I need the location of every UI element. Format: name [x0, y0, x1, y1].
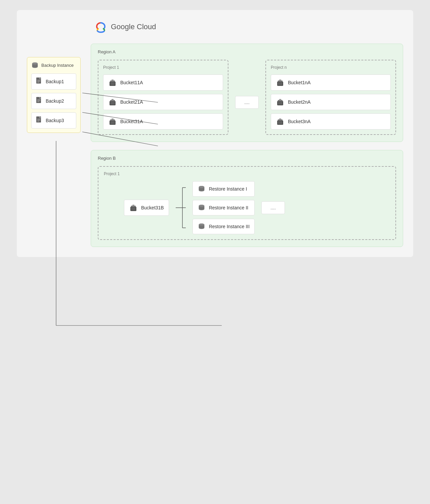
backup2-label: Backup2 — [46, 98, 64, 104]
svg-point-1 — [32, 62, 38, 64]
bucket-21a-icon — [108, 98, 117, 106]
bucket-31a-icon — [108, 117, 117, 126]
restore-instance-1-icon — [198, 185, 206, 193]
google-cloud-logo-icon — [94, 20, 108, 34]
bucket-31b-label: Bucket31B — [141, 205, 164, 210]
region-b-label: Region B — [98, 156, 396, 161]
google-cloud-logo: Google Cloud — [94, 20, 403, 34]
bucket-31a-label: Bucket31A — [120, 119, 143, 124]
logo-text: Google Cloud — [111, 22, 156, 31]
svg-point-62 — [199, 186, 204, 188]
region-a-projects-row: Project 1 Bucket11A — [98, 60, 396, 135]
backup-panel: Backup Instance Backup1 — [27, 57, 81, 133]
region-a-project1-box: Project 1 Bucket11A — [98, 60, 228, 135]
bucket-3na-label: Bucket3nA — [288, 119, 311, 124]
main-layout: Backup Instance Backup1 — [27, 44, 403, 247]
backup1-doc-icon — [36, 77, 43, 86]
svg-rect-34 — [279, 80, 281, 81]
backup3-label: Backup3 — [46, 118, 64, 123]
restore-instance-2: Restore Instance II — [192, 200, 255, 215]
region-a-middle-col: .... — [235, 60, 259, 135]
backup-item-1: Backup1 — [31, 73, 76, 90]
restore-instance-2-label: Restore Instance II — [209, 205, 249, 210]
restore-instances-col: Restore Instance I Restore Instance II — [192, 181, 255, 234]
region-a-label: Region A — [98, 49, 396, 54]
region-b-dots: .... — [261, 201, 285, 214]
bucket-1na-icon — [276, 78, 285, 87]
bucket-21a: Bucket21A — [103, 94, 223, 110]
region-b-project1-box: Project 1 — [98, 166, 396, 240]
restore-instance-3-label: Restore Instance III — [209, 224, 250, 229]
backup-instance-icon — [31, 61, 39, 69]
restore-instance-3: Restore Instance III — [192, 219, 255, 234]
region-b-content: Bucket31B — [104, 181, 390, 235]
bucket-21a-label: Bucket21A — [120, 99, 143, 105]
region-a-projectN-box: Project n Bucket1nA — [265, 60, 396, 135]
region-b-project1-label: Project 1 — [104, 171, 390, 176]
bucket-31b: Bucket31B — [124, 200, 169, 216]
svg-rect-40 — [279, 99, 281, 100]
bucket-1na-label: Bucket1nA — [288, 80, 311, 85]
region-a-dots: .... — [235, 96, 259, 109]
region-b-box: Region B Project 1 — [91, 150, 403, 247]
svg-point-66 — [199, 223, 204, 225]
backup1-label: Backup1 — [46, 79, 64, 84]
bucket-2na: Bucket2nA — [271, 94, 391, 110]
regions-container: Region A Project 1 — [91, 44, 403, 247]
restore-instance-1-label: Restore Instance I — [209, 186, 247, 192]
bucket-11a-icon — [108, 78, 117, 87]
bucket-2na-label: Bucket2nA — [288, 99, 311, 105]
svg-rect-52 — [132, 205, 134, 206]
region-a-projectN-label: Project n — [271, 65, 391, 70]
svg-rect-22 — [112, 99, 114, 100]
backup-panel-header: Backup Instance — [31, 61, 76, 69]
bucket-31b-icon — [129, 203, 138, 212]
backup-item-2: Backup2 — [31, 93, 76, 109]
bucket-3na: Bucket3nA — [271, 113, 391, 130]
restore-instance-1: Restore Instance I — [192, 181, 255, 197]
restore-instance-2-icon — [198, 204, 206, 212]
bucket-11a: Bucket11A — [103, 74, 223, 91]
bucket-3na-icon — [276, 117, 285, 126]
backup2-doc-icon — [36, 97, 43, 105]
backup-panel-title: Backup Instance — [41, 63, 74, 68]
backup-item-3: Backup3 — [31, 112, 76, 129]
svg-rect-16 — [112, 80, 114, 81]
bucket-2na-icon — [276, 98, 285, 106]
svg-point-64 — [199, 205, 204, 207]
bucket-11a-label: Bucket11A — [120, 80, 143, 85]
restore-instance-3-icon — [198, 222, 206, 231]
region-a-box: Region A Project 1 — [91, 44, 403, 142]
bucket-31a: Bucket31A — [103, 113, 223, 130]
bucket-1na: Bucket1nA — [271, 74, 391, 91]
svg-rect-46 — [279, 118, 281, 120]
page-container: Google Cloud Backup Instance — [17, 10, 413, 257]
bracket-connector-svg — [176, 181, 186, 235]
svg-rect-28 — [112, 118, 114, 120]
region-a-project1-label: Project 1 — [103, 65, 223, 70]
backup3-doc-icon — [36, 116, 43, 125]
